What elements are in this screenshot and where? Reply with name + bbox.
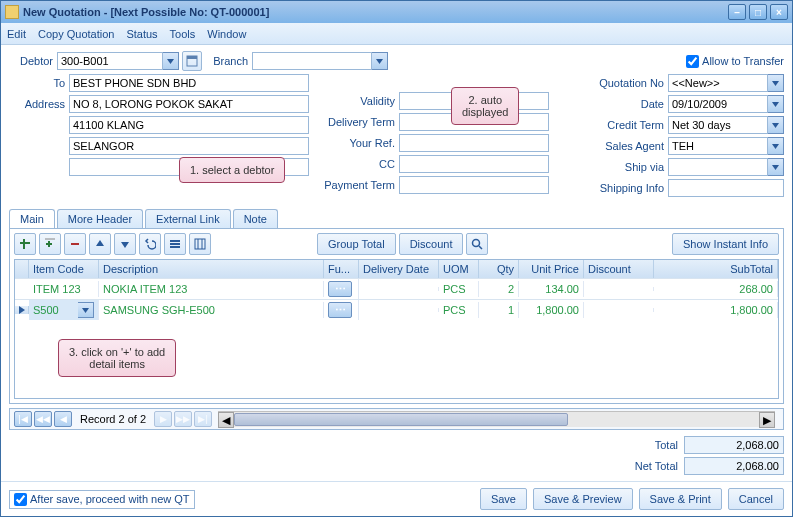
menu-edit[interactable]: Edit [7, 28, 26, 40]
save-preview-button[interactable]: Save & Preview [533, 488, 633, 510]
nav-next-page-button[interactable]: ▶▶ [174, 411, 192, 427]
maximize-button[interactable]: □ [749, 4, 767, 20]
date-dropdown[interactable] [768, 95, 784, 113]
quotation-no-dropdown[interactable] [768, 74, 784, 92]
cell-qty[interactable]: 1 [479, 302, 519, 318]
cell-delivery[interactable] [359, 308, 439, 312]
nav-next-button[interactable]: ▶ [154, 411, 172, 427]
col-itemcode[interactable]: Item Code [29, 260, 99, 278]
col-subtotal[interactable]: SubTotal [654, 260, 778, 278]
branch-field[interactable] [252, 52, 372, 70]
nav-first-button[interactable]: |◀ [14, 411, 32, 427]
your-ref-field[interactable] [399, 134, 549, 152]
debtor-field[interactable] [57, 52, 163, 70]
cancel-button[interactable]: Cancel [728, 488, 784, 510]
address1-field[interactable] [69, 95, 309, 113]
cell-discount[interactable] [584, 287, 654, 291]
cell-subtotal[interactable]: 268.00 [654, 281, 778, 297]
cell-qty[interactable]: 2 [479, 281, 519, 297]
scroll-right-button[interactable]: ▶ [759, 412, 775, 428]
show-instant-info-button[interactable]: Show Instant Info [672, 233, 779, 255]
columns-button[interactable] [189, 233, 211, 255]
col-qty[interactable]: Qty [479, 260, 519, 278]
sales-agent-field[interactable] [668, 137, 768, 155]
debtor-dropdown[interactable] [163, 52, 179, 70]
search-button[interactable] [466, 233, 488, 255]
ellipsis-button[interactable]: ⋯ [328, 302, 352, 318]
col-fu[interactable]: Fu... [324, 260, 359, 278]
cell-uom[interactable]: PCS [439, 281, 479, 297]
debtor-lookup-button[interactable] [182, 51, 202, 71]
tab-note[interactable]: Note [233, 209, 278, 229]
remove-row-button[interactable] [64, 233, 86, 255]
date-field[interactable] [668, 95, 768, 113]
nav-last-button[interactable]: ▶| [194, 411, 212, 427]
after-save-label: After save, proceed with new QT [30, 493, 190, 505]
col-delivery-date[interactable]: Delivery Date [359, 260, 439, 278]
move-up-button[interactable] [89, 233, 111, 255]
table-row[interactable]: ITEM 123 NOKIA ITEM 123 ⋯ PCS 2 134.00 2… [15, 278, 778, 299]
col-unitprice[interactable]: Unit Price [519, 260, 584, 278]
credit-term-dropdown[interactable] [768, 116, 784, 134]
cell-delivery[interactable] [359, 287, 439, 291]
cell-discount[interactable] [584, 308, 654, 312]
address3-field[interactable] [69, 137, 309, 155]
add-row-button[interactable] [14, 233, 36, 255]
group-total-button[interactable]: Group Total [317, 233, 396, 255]
minimize-button[interactable]: – [728, 4, 746, 20]
save-button[interactable]: Save [480, 488, 527, 510]
address2-field[interactable] [69, 116, 309, 134]
menubar: Edit Copy Quotation Status Tools Window [1, 23, 792, 45]
allow-to-transfer-checkbox[interactable]: Allow to Transfer [686, 55, 784, 68]
menu-status[interactable]: Status [126, 28, 157, 40]
tab-main[interactable]: Main [9, 209, 55, 229]
tab-bar: Main More Header External Link Note [9, 209, 784, 229]
branch-dropdown[interactable] [372, 52, 388, 70]
cell-uom[interactable]: PCS [439, 302, 479, 318]
cell-fu[interactable]: ⋯ [324, 300, 359, 320]
col-discount[interactable]: Discount [584, 260, 654, 278]
sales-agent-dropdown[interactable] [768, 137, 784, 155]
cc-field[interactable] [399, 155, 549, 173]
cell-fu[interactable]: ⋯ [324, 279, 359, 299]
quotation-no-field[interactable] [668, 74, 768, 92]
col-uom[interactable]: UOM [439, 260, 479, 278]
after-save-checkbox[interactable]: After save, proceed with new QT [9, 490, 195, 509]
ellipsis-button[interactable]: ⋯ [328, 281, 352, 297]
save-print-button[interactable]: Save & Print [639, 488, 722, 510]
shipping-info-field[interactable] [668, 179, 784, 197]
discount-button[interactable]: Discount [399, 233, 464, 255]
cell-itemcode[interactable]: ITEM 123 [29, 281, 99, 297]
close-button[interactable]: × [770, 4, 788, 20]
cell-unitprice[interactable]: 1,800.00 [519, 302, 584, 318]
ship-via-dropdown[interactable] [768, 158, 784, 176]
ship-via-field[interactable] [668, 158, 768, 176]
scroll-left-button[interactable]: ◀ [218, 412, 234, 428]
cell-description[interactable]: SAMSUNG SGH-E500 [99, 302, 324, 318]
nav-prev-page-button[interactable]: ◀◀ [34, 411, 52, 427]
nav-prev-button[interactable]: ◀ [54, 411, 72, 427]
cell-unitprice[interactable]: 134.00 [519, 281, 584, 297]
tab-external-link[interactable]: External Link [145, 209, 231, 229]
horizontal-scrollbar[interactable]: ◀ ▶ [218, 411, 775, 427]
move-down-button[interactable] [114, 233, 136, 255]
net-total-label: Net Total [614, 460, 684, 472]
credit-term-field[interactable] [668, 116, 768, 134]
menu-tools[interactable]: Tools [170, 28, 196, 40]
to-field[interactable] [69, 74, 309, 92]
select-all-button[interactable] [164, 233, 186, 255]
menu-window[interactable]: Window [207, 28, 246, 40]
validity-label: Validity [319, 95, 399, 107]
menu-copy-quotation[interactable]: Copy Quotation [38, 28, 114, 40]
insert-row-button[interactable] [39, 233, 61, 255]
itemcode-dropdown[interactable] [78, 302, 94, 318]
cell-description[interactable]: NOKIA ITEM 123 [99, 281, 324, 297]
payment-term-field[interactable] [399, 176, 549, 194]
col-description[interactable]: Description [99, 260, 324, 278]
tab-more-header[interactable]: More Header [57, 209, 143, 229]
undo-button[interactable] [139, 233, 161, 255]
table-row[interactable]: S500 SAMSUNG SGH-E500 ⋯ PCS 1 1,800.00 1… [15, 299, 778, 320]
cell-itemcode[interactable]: S500 [29, 300, 99, 320]
cell-subtotal[interactable]: 1,800.00 [654, 302, 778, 318]
scroll-thumb[interactable] [234, 413, 568, 426]
